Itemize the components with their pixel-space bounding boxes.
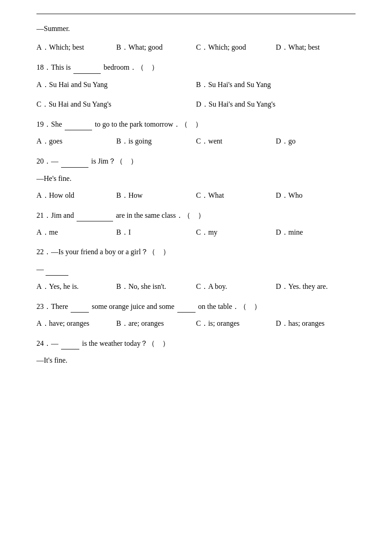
q19-option-a: A．goes	[36, 135, 116, 147]
q24-text2: is the weather today？（ ）	[82, 339, 170, 347]
q19-option-d: D．go	[276, 135, 356, 147]
q23-options: A．have; oranges B．are; oranges C．is; ora…	[36, 317, 356, 329]
q18-text1: 18．This is	[36, 63, 71, 71]
q22-section: 22．—Is your friend a boy or a girl？（ ） —…	[36, 246, 356, 292]
q19-section: 19．She to go to the park tomorrow．（ ） A．…	[36, 118, 356, 147]
q17-options: A．Which; best B．What; good C．Which; good…	[36, 41, 356, 53]
q23-blank2	[177, 300, 196, 313]
q18-text2: bedroom．（ ）	[103, 63, 159, 71]
q24-question: 24．— is the weather today？（ ）	[36, 337, 356, 349]
q21-blank	[77, 209, 113, 221]
q18-options-row2: C．Su Hai and Su Yang's D．Su Hai's and Su…	[36, 98, 356, 110]
q18-options-row1: A．Su Hai and Su Yang B．Su Hai's and Su Y…	[36, 78, 356, 91]
q22-options: A．Yes, he is. B．No, she isn't. C．A boy. …	[36, 280, 356, 292]
q18-option-c: C．Su Hai and Su Yang's	[36, 98, 196, 110]
q21-text1: 21．Jim and	[36, 211, 74, 219]
q21-option-b: B．I	[116, 226, 196, 238]
q20-blank	[61, 154, 88, 167]
q22-option-a: A．Yes, he is.	[36, 280, 116, 292]
q17-option-b: B．What; good	[116, 41, 196, 53]
q19-option-b: B．is going	[116, 135, 196, 147]
q19-question: 19．She to go to the park tomorrow．（ ）	[36, 118, 356, 130]
q21-question: 21．Jim and are in the same class．（ ）	[36, 209, 356, 221]
q24-text1: 24．—	[36, 339, 58, 347]
q23-option-d: D．has; oranges	[276, 317, 356, 329]
q22-answer-line: —	[36, 262, 356, 275]
q20-option-c: C．What	[196, 189, 276, 201]
q20-options: A．How old B．How C．What D．Who	[36, 189, 356, 201]
q24-blank	[61, 337, 79, 349]
q17-option-a: A．Which; best	[36, 41, 116, 53]
q21-option-d: D．mine	[276, 226, 356, 238]
q18-option-b: B．Su Hai's and Su Yang	[196, 78, 356, 91]
q17-option-c: C．Which; good	[196, 41, 276, 53]
q20-option-d: D．Who	[276, 189, 356, 201]
q22-dash: —	[36, 265, 44, 273]
intro-section: —Summer.	[36, 22, 356, 35]
q20-option-a: A．How old	[36, 189, 116, 201]
q20-answer: —He's fine.	[36, 172, 356, 185]
q21-text2: are in the same class．（ ）	[116, 211, 205, 219]
q23-question: 23．There some orange juice and some on t…	[36, 300, 356, 313]
q18-option-d: D．Su Hai's and Su Yang's	[196, 98, 356, 110]
q19-blank	[65, 118, 92, 130]
q22-option-d: D．Yes. they are.	[276, 280, 356, 292]
q23-text3: on the table．（ ）	[198, 303, 262, 310]
top-divider	[36, 14, 356, 14]
q20-text2: is Jim？（ ）	[91, 157, 138, 165]
q20-option-b: B．How	[116, 189, 196, 201]
q21-option-a: A．me	[36, 226, 116, 238]
q20-text1: 20．—	[36, 157, 58, 165]
q19-text1: 19．She	[36, 120, 62, 128]
q18-section: 18．This is bedroom．（ ） A．Su Hai and Su Y…	[36, 61, 356, 110]
q20-question: 20．— is Jim？（ ）	[36, 154, 356, 167]
q23-section: 23．There some orange juice and some on t…	[36, 300, 356, 329]
q21-options: A．me B．I C．my D．mine	[36, 226, 356, 238]
q23-option-a: A．have; oranges	[36, 317, 116, 329]
q24-section: 24．— is the weather today？（ ） —It's fine…	[36, 337, 356, 366]
q18-option-a: A．Su Hai and Su Yang	[36, 78, 196, 91]
q22-question: 22．—Is your friend a boy or a girl？（ ）	[36, 246, 356, 258]
q21-section: 21．Jim and are in the same class．（ ） A．m…	[36, 209, 356, 238]
q18-blank	[73, 61, 101, 73]
q23-option-c: C．is; oranges	[196, 317, 276, 329]
q23-text1: 23．There	[36, 303, 68, 310]
q23-option-b: B．are; oranges	[116, 317, 196, 329]
q21-option-c: C．my	[196, 226, 276, 238]
q20-section: 20．— is Jim？（ ） —He's fine. A．How old B．…	[36, 154, 356, 201]
q19-text2: to go to the park tomorrow．（ ）	[95, 120, 202, 128]
q22-answer-blank	[46, 262, 68, 275]
q22-option-b: B．No, she isn't.	[116, 280, 196, 292]
q19-option-c: C．went	[196, 135, 276, 147]
intro-text: —Summer.	[36, 22, 356, 35]
q22-option-c: C．A boy.	[196, 280, 276, 292]
q24-answer: —It's fine.	[36, 354, 356, 366]
q18-question: 18．This is bedroom．（ ）	[36, 61, 356, 73]
q23-blank1	[71, 300, 89, 313]
q17-option-d: D．What; best	[276, 41, 356, 53]
q17-section: A．Which; best B．What; good C．Which; good…	[36, 41, 356, 53]
q23-text2: some orange juice and some	[92, 303, 174, 310]
q19-options: A．goes B．is going C．went D．go	[36, 135, 356, 147]
